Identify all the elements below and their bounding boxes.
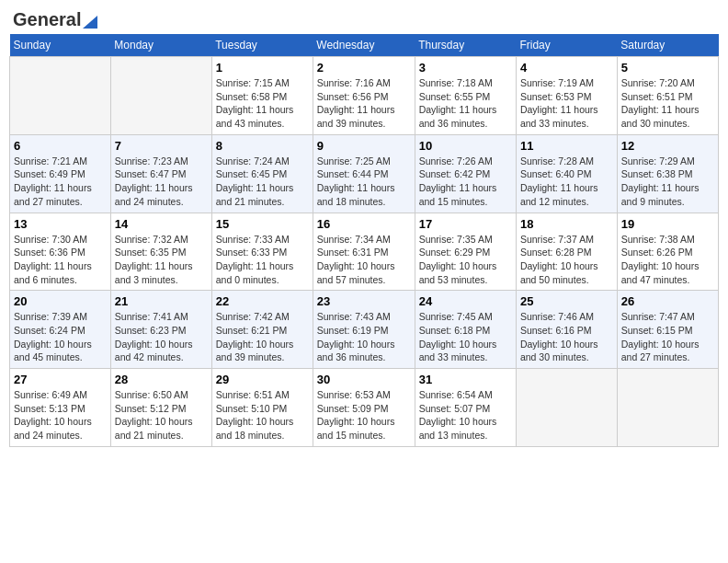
day-info: Sunrise: 6:54 AMSunset: 5:07 PMDaylight:… — [419, 388, 512, 442]
day-number: 25 — [520, 294, 613, 308]
day-info: Sunrise: 7:32 AMSunset: 6:35 PMDaylight:… — [115, 233, 208, 287]
calendar-cell: 23Sunrise: 7:43 AMSunset: 6:19 PMDayligh… — [313, 291, 415, 369]
day-info: Sunrise: 7:42 AMSunset: 6:21 PMDaylight:… — [216, 310, 309, 364]
calendar-cell — [10, 57, 111, 135]
day-number: 20 — [14, 294, 107, 308]
logo-triangle-icon — [83, 12, 97, 29]
calendar-cell: 24Sunrise: 7:45 AMSunset: 6:18 PMDayligh… — [415, 291, 516, 369]
col-header-monday: Monday — [110, 34, 211, 57]
day-number: 18 — [520, 217, 613, 231]
calendar-cell: 10Sunrise: 7:26 AMSunset: 6:42 PMDayligh… — [415, 134, 516, 213]
calendar-cell: 3Sunrise: 7:18 AMSunset: 6:55 PMDaylight… — [415, 57, 516, 135]
week-row-5: 27Sunrise: 6:49 AMSunset: 5:13 PMDayligh… — [10, 369, 719, 447]
week-row-1: 1Sunrise: 7:15 AMSunset: 6:58 PMDaylight… — [10, 57, 719, 135]
day-info: Sunrise: 7:20 AMSunset: 6:51 PMDaylight:… — [621, 76, 714, 131]
calendar-cell — [617, 369, 718, 447]
col-header-friday: Friday — [516, 34, 617, 57]
day-info: Sunrise: 7:21 AMSunset: 6:49 PMDaylight:… — [14, 155, 107, 209]
day-number: 27 — [14, 373, 107, 386]
day-number: 8 — [216, 139, 309, 153]
week-row-3: 13Sunrise: 7:30 AMSunset: 6:36 PMDayligh… — [10, 213, 719, 291]
day-info: Sunrise: 7:15 AMSunset: 6:58 PMDaylight:… — [216, 76, 309, 131]
day-info: Sunrise: 7:47 AMSunset: 6:15 PMDaylight:… — [621, 310, 714, 364]
day-number: 7 — [115, 139, 208, 153]
calendar-cell: 18Sunrise: 7:37 AMSunset: 6:28 PMDayligh… — [516, 213, 617, 291]
day-info: Sunrise: 7:41 AMSunset: 6:23 PMDaylight:… — [115, 310, 208, 364]
day-number: 15 — [216, 217, 309, 231]
day-info: Sunrise: 7:39 AMSunset: 6:24 PMDaylight:… — [14, 310, 107, 364]
day-number: 13 — [14, 217, 107, 231]
calendar-cell: 17Sunrise: 7:35 AMSunset: 6:29 PMDayligh… — [415, 213, 516, 291]
day-number: 23 — [317, 294, 411, 308]
day-number: 2 — [317, 61, 411, 75]
day-info: Sunrise: 7:23 AMSunset: 6:47 PMDaylight:… — [115, 155, 208, 209]
day-number: 1 — [216, 61, 309, 75]
day-number: 10 — [419, 139, 512, 153]
day-number: 11 — [520, 139, 613, 153]
day-number: 3 — [419, 61, 512, 75]
calendar-cell: 6Sunrise: 7:21 AMSunset: 6:49 PMDaylight… — [10, 134, 111, 213]
calendar-cell: 7Sunrise: 7:23 AMSunset: 6:47 PMDaylight… — [110, 134, 211, 213]
day-info: Sunrise: 7:38 AMSunset: 6:26 PMDaylight:… — [621, 233, 714, 287]
header-row: SundayMondayTuesdayWednesdayThursdayFrid… — [10, 34, 719, 57]
calendar-cell: 11Sunrise: 7:28 AMSunset: 6:40 PMDayligh… — [516, 134, 617, 213]
calendar-cell: 16Sunrise: 7:34 AMSunset: 6:31 PMDayligh… — [313, 213, 415, 291]
calendar-cell: 13Sunrise: 7:30 AMSunset: 6:36 PMDayligh… — [10, 213, 111, 291]
day-number: 17 — [419, 217, 512, 231]
day-info: Sunrise: 7:34 AMSunset: 6:31 PMDaylight:… — [317, 233, 411, 287]
week-row-4: 20Sunrise: 7:39 AMSunset: 6:24 PMDayligh… — [10, 291, 719, 369]
logo-general: General — [13, 9, 81, 30]
col-header-wednesday: Wednesday — [313, 34, 415, 57]
day-number: 4 — [520, 61, 613, 75]
day-number: 5 — [621, 61, 714, 75]
logo: General — [13, 9, 97, 27]
day-info: Sunrise: 7:35 AMSunset: 6:29 PMDaylight:… — [419, 233, 512, 287]
calendar-cell: 12Sunrise: 7:29 AMSunset: 6:38 PMDayligh… — [617, 134, 718, 213]
col-header-thursday: Thursday — [415, 34, 516, 57]
day-number: 16 — [317, 217, 411, 231]
day-info: Sunrise: 6:49 AMSunset: 5:13 PMDaylight:… — [14, 388, 107, 442]
day-info: Sunrise: 7:19 AMSunset: 6:53 PMDaylight:… — [520, 76, 613, 131]
calendar-cell: 25Sunrise: 7:46 AMSunset: 6:16 PMDayligh… — [516, 291, 617, 369]
day-number: 14 — [115, 217, 208, 231]
calendar-cell: 31Sunrise: 6:54 AMSunset: 5:07 PMDayligh… — [415, 369, 516, 447]
col-header-saturday: Saturday — [617, 34, 718, 57]
calendar-cell: 5Sunrise: 7:20 AMSunset: 6:51 PMDaylight… — [617, 57, 718, 135]
calendar-cell: 20Sunrise: 7:39 AMSunset: 6:24 PMDayligh… — [10, 291, 111, 369]
day-number: 9 — [317, 139, 411, 153]
day-info: Sunrise: 7:46 AMSunset: 6:16 PMDaylight:… — [520, 310, 613, 364]
calendar-cell: 30Sunrise: 6:53 AMSunset: 5:09 PMDayligh… — [313, 369, 415, 447]
calendar-cell: 28Sunrise: 6:50 AMSunset: 5:12 PMDayligh… — [110, 369, 211, 447]
calendar-cell: 14Sunrise: 7:32 AMSunset: 6:35 PMDayligh… — [110, 213, 211, 291]
day-info: Sunrise: 7:18 AMSunset: 6:55 PMDaylight:… — [419, 76, 512, 131]
calendar-cell: 1Sunrise: 7:15 AMSunset: 6:58 PMDaylight… — [211, 57, 313, 135]
day-info: Sunrise: 7:25 AMSunset: 6:44 PMDaylight:… — [317, 155, 411, 209]
day-info: Sunrise: 7:30 AMSunset: 6:36 PMDaylight:… — [14, 233, 107, 287]
day-number: 24 — [419, 294, 512, 308]
day-number: 29 — [216, 373, 309, 386]
day-number: 19 — [621, 217, 714, 231]
day-info: Sunrise: 7:29 AMSunset: 6:38 PMDaylight:… — [621, 155, 714, 209]
calendar-cell: 8Sunrise: 7:24 AMSunset: 6:45 PMDaylight… — [211, 134, 313, 213]
page-header: General — [9, 9, 719, 27]
day-number: 6 — [14, 139, 107, 153]
calendar-cell: 15Sunrise: 7:33 AMSunset: 6:33 PMDayligh… — [211, 213, 313, 291]
day-number: 31 — [419, 373, 512, 386]
day-number: 30 — [317, 373, 411, 386]
day-info: Sunrise: 7:37 AMSunset: 6:28 PMDaylight:… — [520, 233, 613, 287]
day-info: Sunrise: 7:45 AMSunset: 6:18 PMDaylight:… — [419, 310, 512, 364]
svg-marker-0 — [83, 16, 97, 29]
calendar-cell: 4Sunrise: 7:19 AMSunset: 6:53 PMDaylight… — [516, 57, 617, 135]
day-number: 22 — [216, 294, 309, 308]
day-info: Sunrise: 6:51 AMSunset: 5:10 PMDaylight:… — [216, 388, 309, 442]
day-number: 26 — [621, 294, 714, 308]
col-header-sunday: Sunday — [10, 34, 111, 57]
calendar-cell — [516, 369, 617, 447]
calendar-cell: 9Sunrise: 7:25 AMSunset: 6:44 PMDaylight… — [313, 134, 415, 213]
day-number: 21 — [115, 294, 208, 308]
calendar-cell: 19Sunrise: 7:38 AMSunset: 6:26 PMDayligh… — [617, 213, 718, 291]
calendar-cell: 21Sunrise: 7:41 AMSunset: 6:23 PMDayligh… — [110, 291, 211, 369]
day-number: 12 — [621, 139, 714, 153]
day-info: Sunrise: 7:26 AMSunset: 6:42 PMDaylight:… — [419, 155, 512, 209]
calendar-table: SundayMondayTuesdayWednesdayThursdayFrid… — [9, 34, 719, 447]
